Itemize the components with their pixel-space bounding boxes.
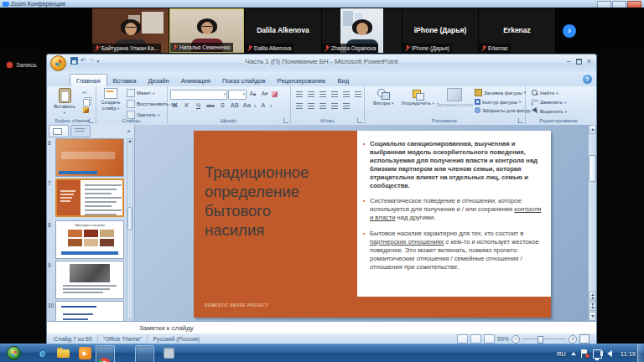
font-button-abc[interactable]: abc bbox=[205, 101, 216, 110]
participant-tile[interactable]: iPhone (Дарья)iPhone (Дарья) bbox=[402, 8, 478, 53]
participant-tile[interactable]: Zhanna Ospanova bbox=[322, 8, 402, 53]
slide-thumbnail-6[interactable] bbox=[55, 138, 124, 177]
shapes-button[interactable]: Фигуры ▾ bbox=[369, 88, 397, 107]
clear-formatting-icon[interactable] bbox=[272, 91, 278, 97]
format-painter-button[interactable] bbox=[83, 107, 89, 113]
drawing-item-2[interactable]: Эффекты для фигур▾ bbox=[475, 107, 534, 113]
slide-thumbnail-7[interactable] bbox=[55, 178, 124, 217]
volume-icon[interactable] bbox=[607, 350, 612, 357]
font-name-combobox[interactable] bbox=[170, 90, 227, 100]
tab-slides[interactable] bbox=[49, 125, 69, 137]
next-slide-button[interactable] bbox=[589, 302, 596, 311]
scroll-up-button[interactable] bbox=[589, 125, 596, 134]
restore-icon[interactable] bbox=[576, 59, 582, 65]
slides-item-1[interactable]: Восстановить▾ bbox=[127, 100, 173, 108]
scroll-down-button[interactable] bbox=[589, 312, 596, 321]
vertical-scrollbar[interactable] bbox=[588, 125, 596, 321]
notes-pane[interactable]: Заметки к слайду bbox=[47, 321, 596, 334]
grow-font-button[interactable]: А▴ bbox=[248, 90, 257, 98]
paste-button[interactable]: Вставить ▾ bbox=[52, 88, 77, 116]
slide-title[interactable]: Традиционное определение бытового насили… bbox=[205, 163, 354, 240]
powerpoint-titlebar[interactable]: Часть 1 (П) Понимание БН - Microsoft Pow… bbox=[47, 54, 596, 73]
drawing-item-1[interactable]: Контур фигуры▾ bbox=[475, 99, 534, 105]
editing-item-0[interactable]: Найти▾ bbox=[532, 90, 567, 96]
scrollbar-thumb[interactable] bbox=[589, 155, 596, 182]
paragraph-button[interactable] bbox=[318, 90, 327, 99]
dialog-launcher-icon[interactable] bbox=[518, 118, 523, 123]
tab-outline[interactable] bbox=[70, 125, 91, 137]
pinned-app-icon[interactable] bbox=[164, 348, 174, 359]
dialog-launcher-icon[interactable] bbox=[283, 118, 288, 123]
normal-view-button[interactable] bbox=[457, 334, 468, 344]
zoom-out-button[interactable]: − bbox=[512, 335, 520, 344]
media-player-icon[interactable]: ▶ bbox=[79, 347, 91, 359]
close-icon[interactable]: × bbox=[587, 57, 591, 65]
show-desktop-button[interactable] bbox=[637, 344, 644, 362]
action-center-icon[interactable]: × bbox=[581, 349, 588, 358]
start-button[interactable] bbox=[7, 346, 21, 360]
dialog-launcher-icon[interactable] bbox=[89, 118, 94, 123]
font-button-Аа[interactable]: Аа bbox=[242, 101, 252, 110]
drawing-item-0[interactable]: Заливка фигуры▾ bbox=[475, 89, 534, 96]
shrink-font-button[interactable]: А▾ bbox=[260, 90, 269, 98]
paragraph-button[interactable] bbox=[341, 101, 351, 111]
ribbon-tab-Рецензирование[interactable]: Рецензирование bbox=[272, 75, 332, 86]
ribbon-tab-Вставка[interactable]: Вставка bbox=[107, 75, 143, 86]
paragraph-button[interactable] bbox=[306, 101, 315, 111]
font-button-К[interactable]: К bbox=[182, 101, 191, 110]
slide-bullet-list[interactable]: •Социально санкционированная, выученная … bbox=[363, 140, 543, 279]
qat-dropdown-icon[interactable]: ▾ bbox=[96, 59, 99, 64]
dialog-launcher-icon[interactable] bbox=[357, 118, 362, 123]
participant-tile[interactable]: Байтурина Улжан Ка... bbox=[92, 8, 169, 53]
arrange-button[interactable]: Упорядочить ▾ bbox=[401, 88, 434, 107]
help-button[interactable]: ? bbox=[583, 75, 592, 84]
save-icon[interactable] bbox=[70, 57, 78, 65]
ribbon-tab-Анимация[interactable]: Анимация bbox=[175, 75, 216, 86]
slide-thumbnail-8[interactable]: Принципы насилия bbox=[55, 220, 124, 259]
paragraph-button[interactable] bbox=[306, 90, 315, 99]
fit-to-window-button[interactable] bbox=[579, 334, 589, 344]
slides-item-0[interactable]: Макет▾ bbox=[127, 89, 173, 97]
zoom-slider[interactable] bbox=[522, 339, 566, 339]
paragraph-button[interactable] bbox=[330, 90, 339, 99]
paragraph-button[interactable] bbox=[353, 90, 362, 99]
hidden-icons-arrow[interactable] bbox=[571, 352, 576, 355]
font-size-combobox[interactable] bbox=[228, 90, 247, 100]
font-button-Ж[interactable]: Ж bbox=[170, 101, 179, 110]
copy-button[interactable] bbox=[83, 99, 90, 106]
editing-item-2[interactable]: Выделить▾ bbox=[532, 108, 567, 115]
zoom-slider-knob[interactable] bbox=[538, 336, 543, 344]
paragraph-button[interactable] bbox=[341, 90, 351, 99]
slide-canvas[interactable]: Традиционное определение бытового насили… bbox=[194, 131, 551, 318]
tray-language-indicator[interactable]: RU bbox=[557, 350, 566, 358]
paragraph-button[interactable] bbox=[318, 101, 327, 111]
ribbon-tab-Вид[interactable]: Вид bbox=[331, 75, 355, 86]
slide-thumbnail-9[interactable] bbox=[55, 261, 124, 299]
clock[interactable]: 11:19 bbox=[621, 350, 636, 358]
status-language[interactable]: Русский (Россия) bbox=[153, 336, 200, 342]
redo-icon[interactable]: ↷ bbox=[89, 57, 95, 65]
file-explorer-icon[interactable] bbox=[57, 349, 70, 358]
internet-explorer-icon[interactable]: e bbox=[36, 347, 49, 359]
zoom-in-button[interactable]: + bbox=[569, 335, 577, 344]
font-button-S[interactable]: S bbox=[218, 101, 227, 110]
paragraph-button[interactable] bbox=[330, 101, 339, 111]
new-slide-button[interactable]: Создать слайд ▾ bbox=[97, 88, 124, 111]
ribbon-tab-Показ слайдов[interactable]: Показ слайдов bbox=[216, 75, 272, 86]
slide-sorter-button[interactable] bbox=[470, 334, 481, 344]
scrollbar-thumb[interactable] bbox=[127, 207, 132, 230]
paragraph-button[interactable] bbox=[294, 90, 304, 99]
font-button-АВ[interactable]: АВ bbox=[230, 101, 240, 110]
paragraph-button[interactable] bbox=[294, 101, 304, 111]
previous-slide-button[interactable] bbox=[589, 292, 596, 301]
office-button[interactable] bbox=[50, 55, 66, 71]
undo-icon[interactable]: ↶ bbox=[80, 57, 86, 65]
slideshow-button[interactable] bbox=[484, 334, 495, 344]
participant-tile[interactable]: ErkenazErkenaz bbox=[479, 8, 555, 53]
editing-item-1[interactable]: Заменить▾ bbox=[532, 99, 567, 106]
ribbon-tab-Главная[interactable]: Главная bbox=[70, 74, 107, 86]
minimize-icon[interactable]: – bbox=[567, 57, 571, 65]
scroll-up-icon[interactable] bbox=[128, 140, 132, 142]
panel-scrollbar[interactable] bbox=[127, 138, 133, 319]
quick-styles-button[interactable]: Экспресс-стили bbox=[436, 88, 473, 108]
